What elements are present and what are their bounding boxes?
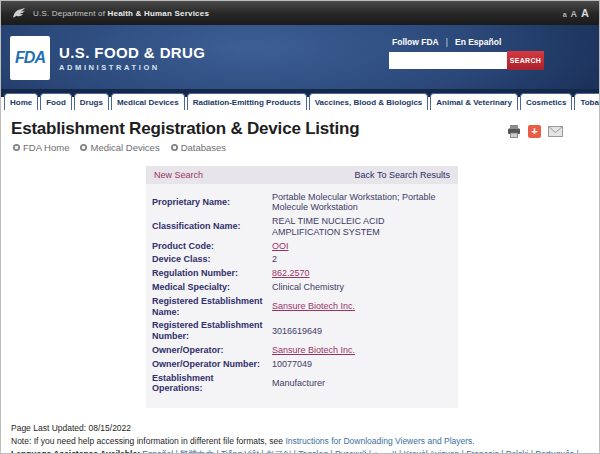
field-value-cell: 2: [272, 253, 450, 267]
table-row: Medical Specialty:Clinical Chemistry: [152, 281, 450, 295]
breadcrumb-item-fda-home[interactable]: FDA Home: [13, 142, 69, 153]
field-label: Device Class:: [152, 253, 272, 267]
file-format-note: Note: If you need help accessing informa…: [11, 435, 589, 448]
field-value-cell: 862.2570: [272, 267, 450, 281]
table-row: Owner/Operator:Sansure Biotech Inc.: [152, 344, 450, 358]
font-size-large[interactable]: A: [581, 7, 589, 19]
nav-tab-animal-veterinary[interactable]: Animal & Veterinary: [430, 93, 518, 110]
nav-tab-cosmetics[interactable]: Cosmetics: [520, 93, 572, 110]
table-row: Product Code:OOI: [152, 239, 450, 253]
field-label: Registered Establishment Number:: [152, 319, 272, 344]
en-espanol-link[interactable]: En Español: [455, 37, 501, 47]
breadcrumb: FDA HomeMedical DevicesDatabases: [13, 142, 599, 153]
language-separator: |: [291, 449, 296, 454]
fda-org-name: U.S. FOOD & DRUG ADMINISTRATION: [59, 44, 205, 72]
language-separator: |: [259, 449, 264, 454]
font-size-medium[interactable]: A: [571, 9, 578, 19]
field-value-cell: 3016619649: [272, 319, 450, 344]
viewers-players-link[interactable]: Instructions for Downloading Viewers and…: [285, 436, 474, 446]
printer-icon[interactable]: [507, 125, 521, 138]
field-value-cell: Portable Molecular Workstation; Portable…: [272, 190, 450, 215]
field-value: Clinical Chemistry: [272, 282, 344, 292]
breadcrumb-item-medical-devices[interactable]: Medical Devices: [80, 142, 159, 153]
field-value: 3016619649: [272, 326, 322, 336]
language-link-[interactable]: 한국어: [266, 449, 292, 454]
language-separator: |: [173, 449, 178, 454]
language-separator: |: [528, 449, 533, 454]
field-value-cell: 10077049: [272, 357, 450, 371]
nav-tab-drugs[interactable]: Drugs: [74, 93, 109, 110]
fda-logo: FDA: [10, 36, 50, 80]
field-label: Owner/Operator Number:: [152, 357, 272, 371]
field-label: Product Code:: [152, 239, 272, 253]
follow-fda-link[interactable]: Follow FDA: [392, 37, 439, 47]
breadcrumb-label: Databases: [181, 142, 226, 153]
field-value: Portable Molecular Workstation; Portable…: [272, 192, 435, 213]
language-link-fran-ais[interactable]: Français: [466, 449, 499, 454]
language-link-[interactable]: Русский: [335, 449, 367, 454]
table-row: Regulation Number:862.2570: [152, 267, 450, 281]
field-value-cell: Clinical Chemistry: [272, 281, 450, 295]
language-link-polski[interactable]: Polski: [506, 449, 529, 454]
field-value-cell: Sansure Biotech Inc.: [272, 294, 450, 319]
language-assistance-label: Language Assistance Available:: [11, 449, 140, 454]
nav-tab-home[interactable]: Home: [4, 93, 38, 110]
hhs-department-text[interactable]: U.S. Department of Health & Human Servic…: [33, 9, 209, 18]
font-size-controls[interactable]: a A A: [563, 7, 589, 19]
table-row: Proprietary Name:Portable Molecular Work…: [152, 190, 450, 215]
field-label: Owner/Operator:: [152, 344, 272, 358]
field-value-cell: REAL TIME NUCLEIC ACID AMPLIFICATION SYS…: [272, 215, 450, 240]
language-link-[interactable]: 繁體中文: [180, 449, 214, 454]
field-value-cell: Manufacturer: [272, 371, 450, 396]
field-value-cell: OOI: [272, 239, 450, 253]
breadcrumb-item-databases[interactable]: Databases: [171, 142, 226, 153]
field-label: Classification Name:: [152, 215, 272, 240]
language-separator: |: [459, 449, 464, 454]
page-action-icons: +: [507, 125, 563, 138]
footer-notes: Page Last Updated: 08/15/2022 Note: If y…: [11, 422, 589, 454]
field-value-link[interactable]: Sansure Biotech Inc.: [272, 345, 355, 355]
field-label: Medical Specialty:: [152, 281, 272, 295]
nav-tab-medical-devices[interactable]: Medical Devices: [111, 93, 185, 110]
hhs-eagle-icon: [11, 6, 27, 20]
field-value-link[interactable]: Sansure Biotech Inc.: [272, 301, 355, 311]
page-last-updated: Page Last Updated: 08/15/2022: [11, 422, 589, 435]
table-row: Device Class:2: [152, 253, 450, 267]
nav-tab-vaccines-blood-biologics[interactable]: Vaccines, Blood & Biologics: [309, 93, 429, 110]
table-row: Registered Establishment Name:Sansure Bi…: [152, 294, 450, 319]
envelope-icon[interactable]: [548, 126, 563, 137]
back-to-results-link[interactable]: Back To Search Results: [355, 170, 450, 180]
field-value: 2: [272, 254, 277, 264]
circle-bullet-icon: [13, 144, 20, 151]
language-link-[interactable]: العربية: [373, 449, 396, 454]
language-separator: |: [574, 449, 579, 454]
language-link-espa-ol[interactable]: Español: [142, 449, 173, 454]
nav-tab-food[interactable]: Food: [40, 93, 72, 110]
breadcrumb-label: Medical Devices: [90, 142, 159, 153]
field-value: REAL TIME NUCLEIC ACID AMPLIFICATION SYS…: [272, 216, 385, 237]
primary-nav: HomeFoodDrugsMedical DevicesRadiation-Em…: [1, 89, 599, 110]
header-search-input[interactable]: [389, 52, 507, 69]
field-value: 10077049: [272, 359, 312, 369]
language-assistance: Language Assistance Available: Español |…: [11, 448, 589, 454]
language-separator: |: [499, 449, 504, 454]
field-value-link[interactable]: 862.2570: [272, 268, 310, 278]
language-link-tagalog[interactable]: Tagalog: [298, 449, 328, 454]
field-value-cell: Sansure Biotech Inc.: [272, 344, 450, 358]
language-link-ti-ng-vi-t[interactable]: Tiếng Việt: [221, 449, 259, 454]
nav-tab-radiation-emitting-products[interactable]: Radiation-Emitting Products: [187, 93, 307, 110]
detail-body: Proprietary Name:Portable Molecular Work…: [146, 184, 458, 408]
device-detail-panel: New Search Back To Search Results Propri…: [146, 166, 458, 408]
header-search-button[interactable]: SEARCH: [507, 51, 544, 70]
share-plus-icon[interactable]: +: [528, 125, 541, 138]
font-size-small[interactable]: a: [563, 11, 567, 18]
main-content: Establishment Registration & Device List…: [1, 110, 599, 454]
circle-bullet-icon: [171, 144, 178, 151]
nav-tab-tobacco-products[interactable]: Tobacco Products: [574, 93, 600, 110]
language-link-krey-l-ayisyen[interactable]: Kreyòl Ayisyen: [404, 449, 460, 454]
fda-brand[interactable]: FDA U.S. FOOD & DRUG ADMINISTRATION: [10, 36, 205, 80]
field-value-link[interactable]: OOI: [272, 241, 289, 251]
language-link-portugu-s[interactable]: Português: [535, 449, 574, 454]
language-separator: |: [397, 449, 402, 454]
new-search-link[interactable]: New Search: [154, 170, 203, 180]
